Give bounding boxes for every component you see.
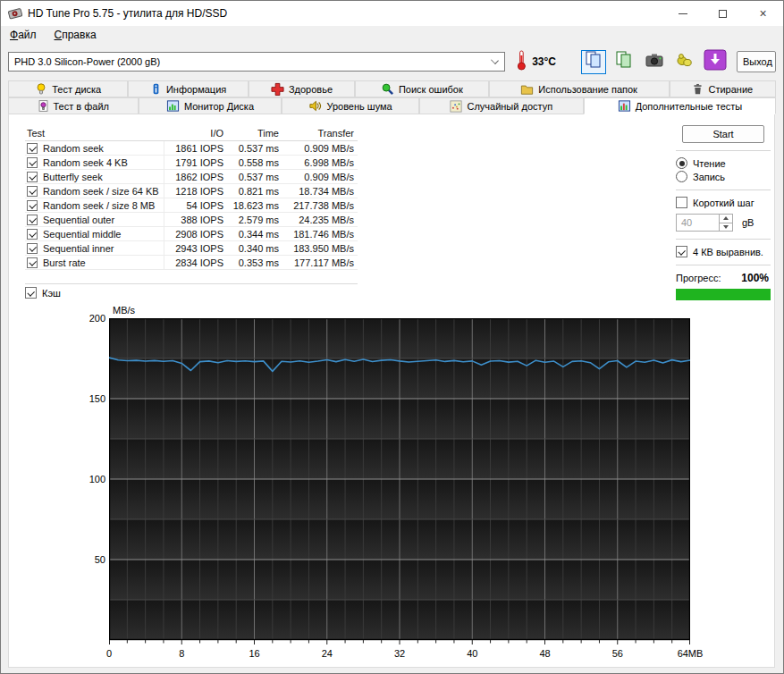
x-tick-label: 16	[249, 648, 259, 659]
test-value: 0.340 ms	[228, 241, 282, 255]
tab-disk-test[interactable]: Тест диска	[8, 80, 128, 97]
stepper-up-button[interactable]	[720, 215, 732, 223]
cache-checkbox[interactable]: Кэш	[25, 287, 61, 299]
drive-select[interactable]: PHD 3.0 Silicon-Power (2000 gB)	[8, 52, 505, 72]
write-radio-label: Запись	[693, 172, 725, 182]
menu-file[interactable]: Файл	[8, 28, 38, 42]
chart-y-axis-unit: MB/s	[113, 305, 135, 316]
row-checkbox[interactable]	[27, 229, 38, 240]
stepper-down-button[interactable]	[720, 223, 732, 232]
tab-file-benchmark[interactable]: Тест в файл	[8, 97, 139, 114]
copy-icon	[585, 50, 603, 73]
test-value: 2943 IOPS	[164, 241, 228, 255]
short-stride-checkbox[interactable]: Короткий шаг	[676, 197, 771, 208]
tab-label: Информация	[166, 84, 226, 95]
test-value: 0.353 ms	[228, 256, 282, 269]
test-name: Random seek / size 8 MB	[43, 200, 155, 211]
stride-stepper[interactable]: 40	[676, 214, 733, 232]
write-radio[interactable]: Запись	[676, 171, 771, 182]
start-button[interactable]: Start	[682, 125, 764, 143]
save-results-button[interactable]	[672, 50, 697, 74]
row-checkbox[interactable]	[27, 215, 38, 225]
align-4k-label: 4 КВ выравнив.	[693, 247, 763, 257]
test-value: 0.344 ms	[228, 227, 282, 240]
test-value: 177.117 MB/s	[282, 256, 358, 269]
row-checkbox[interactable]	[27, 143, 38, 154]
bulb-icon	[35, 82, 47, 96]
folder-icon	[520, 83, 534, 96]
table-row: Random seek / size 64 KB1218 IOPS0.821 m…	[25, 184, 358, 198]
tab-error-scan[interactable]: Поиск ошибок	[355, 80, 488, 97]
tab-erase[interactable]: Стирание	[670, 80, 776, 97]
test-value: 0.909 MB/s	[282, 141, 358, 155]
cache-speed-chart	[109, 318, 690, 645]
row-checkbox[interactable]	[27, 172, 38, 182]
download-icon	[704, 49, 727, 74]
test-name: Random seek / size 64 KB	[43, 186, 159, 197]
minimize-button[interactable]	[662, 1, 703, 26]
tab-health[interactable]: Здоровье	[249, 80, 355, 97]
test-value: 0.558 ms	[228, 156, 282, 169]
test-value: 1218 IOPS	[164, 184, 228, 198]
trash-icon	[692, 82, 704, 96]
y-tick-label: 150	[73, 393, 105, 404]
test-value: 217.738 MB/s	[282, 198, 358, 212]
test-value: 18.623 ms	[228, 198, 282, 212]
table-row: Random seek1861 IOPS0.537 ms0.909 MB/s	[25, 141, 358, 156]
extra-tests-page: TestI/OTimeTransferRandom seek1861 IOPS0…	[8, 114, 775, 668]
cross-icon	[271, 82, 284, 96]
tab-disk-monitor[interactable]: Монитор Диска	[139, 97, 282, 114]
table-header: TestI/OTimeTransfer	[25, 126, 358, 141]
close-icon: ×	[759, 7, 766, 20]
menu-help[interactable]: Справка	[53, 28, 98, 42]
radio-icon	[676, 157, 687, 169]
speaker-icon	[308, 99, 322, 113]
tab-label: Тест в файл	[54, 101, 109, 112]
x-tick-label: 8	[179, 648, 184, 659]
tab-row-1: Тест дискаИнформацияЗдоровьеПоиск ошибок…	[8, 80, 776, 97]
align-4k-checkbox[interactable]: 4 КВ выравнив.	[676, 246, 771, 257]
copy-text-button[interactable]	[581, 50, 606, 74]
tab-random-access[interactable]: Случайный доступ	[419, 97, 584, 114]
test-value: 1861 IOPS	[164, 141, 228, 155]
temperature-value: 33°C	[532, 55, 556, 68]
window-title: HD Tune Pro 5.75 - утилита для HD/SSD	[28, 7, 662, 20]
row-checkbox[interactable]	[27, 257, 38, 268]
tab-noise-level[interactable]: Уровень шума	[282, 97, 418, 114]
tab-strip: Тест дискаИнформацияЗдоровьеПоиск ошибок…	[1, 80, 783, 114]
tab-label: Использование папок	[538, 84, 637, 95]
x-tick-label: 48	[539, 648, 550, 659]
read-radio[interactable]: Чтение	[676, 157, 771, 169]
checkbox-icon	[25, 287, 37, 299]
close-button[interactable]: ×	[743, 1, 783, 26]
cache-label: Кэш	[42, 288, 61, 299]
test-value: 0.821 ms	[228, 184, 282, 198]
table-row: Butterfly seek1862 IOPS0.537 ms0.909 MB/…	[25, 170, 358, 184]
menu-bar: ФайлСправка	[1, 26, 783, 44]
test-value: 2834 IOPS	[164, 256, 228, 269]
update-download-button[interactable]	[703, 50, 728, 74]
tab-info[interactable]: Информация	[128, 80, 248, 97]
app-window: HD Tune Pro 5.75 - утилита для HD/SSD × …	[0, 0, 784, 674]
test-value: 1791 IOPS	[164, 156, 228, 169]
tab-label: Тест диска	[52, 84, 101, 95]
tab-extra-tests[interactable]: Дополнительные тесты	[584, 97, 776, 114]
row-checkbox[interactable]	[27, 157, 38, 168]
copy-image-button[interactable]	[611, 50, 636, 74]
maximize-button[interactable]	[703, 1, 743, 26]
drive-select-value: PHD 3.0 Silicon-Power (2000 gB)	[14, 56, 160, 67]
exit-button[interactable]: Выход	[737, 51, 776, 72]
row-checkbox[interactable]	[27, 200, 38, 211]
titlebar: HD Tune Pro 5.75 - утилита для HD/SSD ×	[1, 1, 783, 26]
tab-label: Монитор Диска	[184, 101, 254, 112]
stepper-buttons	[719, 215, 732, 231]
row-checkbox[interactable]	[27, 243, 38, 254]
tab-label: Дополнительные тесты	[636, 101, 743, 112]
test-value: 388 IOPS	[164, 213, 228, 226]
test-value: 0.537 ms	[228, 170, 282, 183]
row-checkbox[interactable]	[27, 186, 38, 197]
radio-icon	[676, 171, 687, 182]
tab-label: Здоровье	[289, 84, 333, 95]
screenshot-button[interactable]	[642, 50, 667, 74]
tab-folder-usage[interactable]: Использование папок	[489, 80, 670, 97]
